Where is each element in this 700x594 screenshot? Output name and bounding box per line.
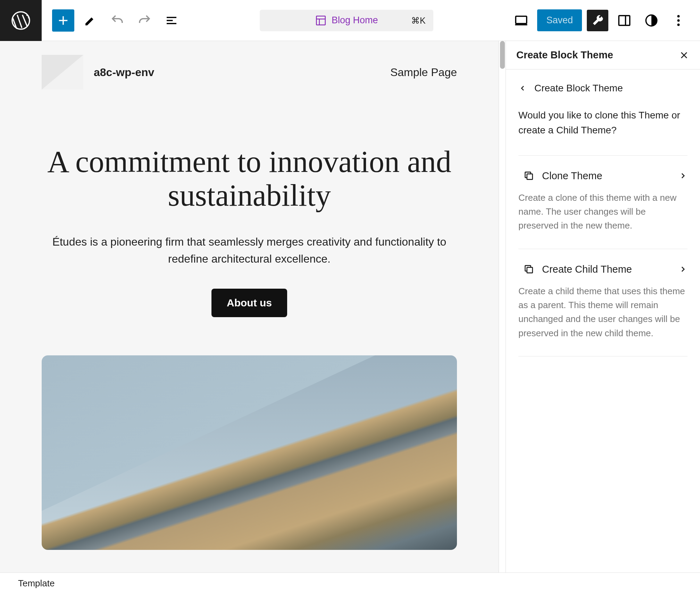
site-logo-placeholder[interactable] bbox=[42, 55, 83, 90]
editor-main: a8c-wp-env Sample Page A commitment to i… bbox=[0, 41, 700, 572]
chevron-right-icon bbox=[678, 171, 688, 180]
svg-rect-9 bbox=[527, 267, 533, 273]
svg-rect-3 bbox=[619, 16, 630, 25]
wrench-icon bbox=[591, 14, 605, 27]
template-name-label: Blog Home bbox=[332, 15, 378, 26]
sidebar-title: Create Block Theme bbox=[516, 49, 613, 61]
svg-rect-8 bbox=[527, 174, 533, 180]
kebab-icon bbox=[671, 13, 686, 28]
copy-icon bbox=[523, 170, 534, 181]
toolbar-center: Blog Home ⌘K bbox=[183, 10, 510, 31]
breadcrumb-template-label: Template bbox=[18, 578, 55, 589]
svg-rect-2 bbox=[516, 16, 527, 23]
hero-image-block[interactable] bbox=[42, 355, 457, 550]
plus-icon bbox=[56, 13, 70, 28]
site-header-block[interactable]: a8c-wp-env Sample Page bbox=[42, 55, 457, 90]
undo-button[interactable] bbox=[106, 9, 128, 32]
sidebar-prompt: Would you like to clone this Theme or cr… bbox=[518, 108, 688, 138]
option-clone-theme-desc: Create a clone of this theme with a new … bbox=[518, 191, 688, 233]
canvas-scrollbar[interactable] bbox=[499, 41, 506, 572]
sidebar-header: Create Block Theme bbox=[506, 41, 700, 69]
editor-topbar: Blog Home ⌘K Saved bbox=[0, 0, 700, 41]
styles-button[interactable] bbox=[640, 9, 662, 32]
option-create-child-theme[interactable]: Create Child Theme Create a child theme … bbox=[518, 249, 688, 356]
view-button[interactable] bbox=[510, 9, 532, 32]
about-us-button[interactable]: About us bbox=[211, 289, 287, 317]
styles-icon bbox=[644, 13, 659, 28]
nav-link-sample-page[interactable]: Sample Page bbox=[390, 66, 457, 79]
sidebar-icon bbox=[617, 13, 632, 28]
svg-point-7 bbox=[677, 23, 680, 26]
more-options-button[interactable] bbox=[667, 9, 690, 32]
chevron-right-icon bbox=[678, 265, 688, 274]
wordpress-logo-button[interactable] bbox=[0, 0, 42, 41]
toolbar-left bbox=[42, 9, 183, 32]
wordpress-icon bbox=[10, 10, 31, 31]
editor-footer-breadcrumb[interactable]: Template bbox=[0, 572, 700, 594]
sidebar-body: Create Block Theme Would you like to clo… bbox=[506, 69, 700, 370]
option-create-child-theme-label: Create Child Theme bbox=[542, 264, 671, 275]
svg-rect-1 bbox=[316, 16, 325, 25]
site-title-block[interactable]: a8c-wp-env bbox=[94, 66, 154, 79]
copy-icon bbox=[523, 264, 534, 275]
create-block-theme-sidebar: Create Block Theme Create Block Theme Wo… bbox=[506, 41, 700, 572]
hero-paragraph[interactable]: Études is a pioneering firm that seamles… bbox=[42, 233, 457, 268]
redo-button[interactable] bbox=[133, 9, 156, 32]
canvas-inner: a8c-wp-env Sample Page A commitment to i… bbox=[0, 41, 499, 564]
close-sidebar-button[interactable] bbox=[678, 50, 690, 61]
editor-canvas[interactable]: a8c-wp-env Sample Page A commitment to i… bbox=[0, 41, 499, 572]
redo-icon bbox=[137, 13, 152, 28]
option-create-child-theme-desc: Create a child theme that uses this them… bbox=[518, 284, 688, 340]
template-selector-button[interactable]: Blog Home ⌘K bbox=[260, 10, 433, 31]
toolbar-right: Saved bbox=[510, 9, 700, 32]
chevron-left-icon bbox=[518, 84, 527, 92]
save-button[interactable]: Saved bbox=[537, 9, 582, 31]
save-button-label: Saved bbox=[546, 15, 573, 25]
layout-icon bbox=[315, 15, 327, 26]
hero-heading[interactable]: A commitment to innovation and sustainab… bbox=[42, 145, 457, 213]
sidebar-back-button[interactable]: Create Block Theme bbox=[518, 83, 688, 94]
svg-point-5 bbox=[677, 15, 680, 17]
desktop-icon bbox=[514, 13, 528, 28]
option-clone-theme-label: Clone Theme bbox=[542, 170, 671, 182]
list-view-icon bbox=[164, 13, 179, 28]
edit-tool-button[interactable] bbox=[79, 9, 101, 32]
option-clone-theme[interactable]: Clone Theme Create a clone of this theme… bbox=[518, 155, 688, 249]
settings-sidebar-toggle[interactable] bbox=[613, 9, 635, 32]
undo-icon bbox=[110, 13, 125, 28]
svg-point-6 bbox=[677, 19, 680, 22]
hero-group: A commitment to innovation and sustainab… bbox=[42, 145, 457, 317]
shortcut-hint: ⌘K bbox=[411, 15, 426, 25]
document-overview-button[interactable] bbox=[160, 9, 183, 32]
scrollbar-thumb[interactable] bbox=[500, 41, 505, 69]
pencil-icon bbox=[83, 13, 98, 28]
add-block-button[interactable] bbox=[52, 9, 74, 32]
tools-panel-button[interactable] bbox=[587, 10, 608, 31]
sidebar-back-label: Create Block Theme bbox=[534, 83, 623, 94]
